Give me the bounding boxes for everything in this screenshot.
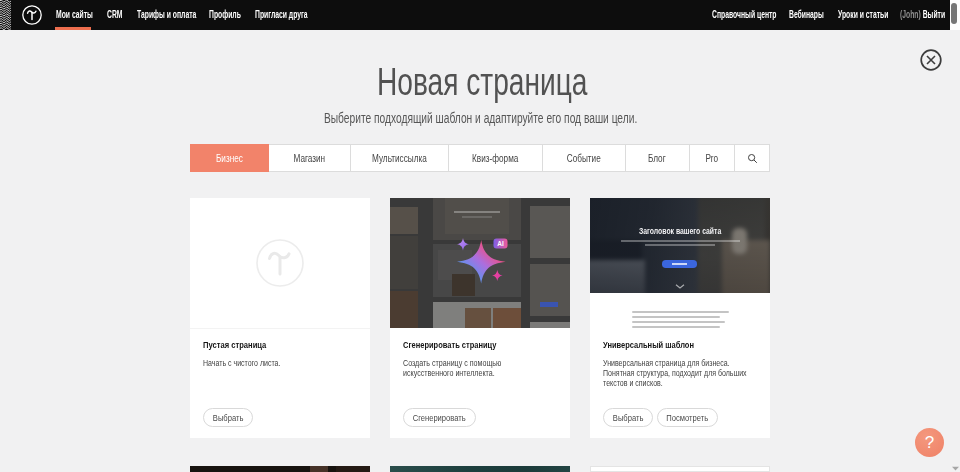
svg-text:AI: AI (497, 240, 504, 247)
